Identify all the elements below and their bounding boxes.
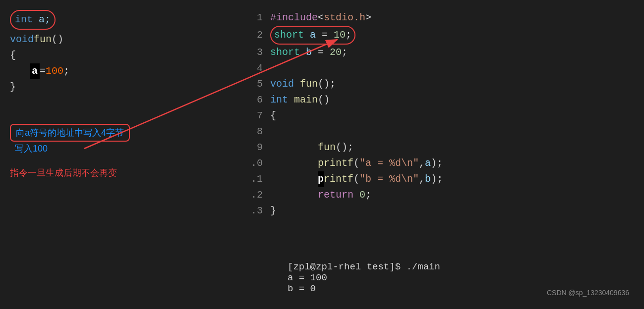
var-a-highlighted: a: [30, 63, 40, 79]
code-line-8: 8: [248, 124, 634, 140]
short-keyword-b: short: [270, 47, 300, 58]
line-content-6: int main(): [270, 92, 330, 108]
printf-1: printf: [318, 157, 353, 169]
include-directive: #include: [270, 12, 318, 23]
printf-2: rintf: [324, 173, 353, 185]
line-content-5: void fun();: [270, 76, 336, 92]
code-line-int-a: int a;: [10, 10, 228, 30]
code-line-6: 6 int main(): [248, 92, 634, 108]
val-10: 10: [334, 29, 346, 41]
line-num-5: 5: [248, 76, 263, 92]
fun-name: fun: [34, 32, 52, 48]
line-num-8: 8: [248, 124, 263, 140]
arg-a: a: [425, 157, 431, 169]
annotation-text-1: 向a符号的地址中写入4字节: [16, 128, 124, 138]
line-content-2: short a = 10;: [270, 26, 355, 45]
line-num-12: .2: [248, 187, 263, 203]
paren: (): [52, 32, 63, 48]
line-num-6: 6: [248, 92, 263, 108]
terminal-output-1: a = 100: [288, 272, 440, 283]
code-line-a-assign: a = 100 ;: [10, 63, 228, 79]
val-20: 20: [330, 47, 342, 58]
return-kw: return: [318, 189, 353, 201]
format-string-1: "a = %d\n": [359, 157, 419, 169]
line-content-13: }: [270, 203, 276, 219]
line-num-13: .3: [248, 203, 263, 219]
line-num-9: 9: [248, 140, 263, 155]
line-content-9: fun();: [270, 140, 353, 155]
code-line-brace-close: }: [10, 79, 228, 95]
var-a-right: a: [310, 29, 316, 41]
void-kw: void: [270, 78, 294, 90]
arg-b: b: [425, 173, 431, 185]
short-a-circled: short a = 10;: [270, 26, 355, 45]
line-content-7: {: [270, 108, 276, 124]
void-keyword: void: [10, 32, 34, 48]
left-code-block: int a; void fun () { a = 100 ;: [10, 10, 228, 95]
instruction-note: 指令一旦生成后期不会再变: [10, 167, 228, 179]
line-num-10: .0: [248, 155, 263, 171]
line-num-2: 2: [248, 27, 263, 43]
cursor-p: p: [318, 171, 324, 187]
code-line-2: 2 short a = 10;: [248, 26, 634, 45]
int-keyword: int: [15, 14, 33, 25]
value-100: 100: [46, 63, 63, 79]
line-num-7: 7: [248, 108, 263, 124]
annotation-section: 向a符号的地址中写入4字节 写入100: [10, 109, 228, 154]
assign-op: =: [40, 63, 46, 79]
annotation-line2: 写入100: [10, 143, 228, 154]
annotation-box: 向a符号的地址中写入4字节: [10, 124, 130, 142]
line-num-11: .1: [248, 171, 263, 187]
line-num-3: 3: [248, 45, 263, 60]
code-line-1: 1 #include<stdio.h>: [248, 10, 634, 26]
code-line-12: .2 return 0;: [248, 187, 634, 203]
line-num-1: 1: [248, 10, 263, 26]
code-line-4: 4: [248, 60, 634, 76]
short-keyword: short: [274, 29, 304, 41]
header-name: stdio.h: [324, 12, 365, 23]
format-string-2: "b = %d\n": [359, 173, 419, 185]
line-content-1: #include<stdio.h>: [270, 10, 371, 26]
code-line-13: .3 }: [248, 203, 634, 219]
code-line-7: 7 {: [248, 108, 634, 124]
line-content-3: short b = 20;: [270, 45, 348, 60]
int-kw: int: [270, 94, 288, 105]
brace-open: {: [10, 48, 16, 63]
terminal-output-2: b = 0: [288, 283, 440, 294]
fun-call: fun: [318, 142, 336, 153]
line-content-11: printf("b = %d\n",b);: [270, 171, 443, 187]
code-line-9: 9 fun();: [248, 140, 634, 155]
terminal-output: [zpl@zpl-rhel test]$ ./main a = 100 b = …: [288, 261, 440, 294]
brace-close: }: [10, 79, 16, 95]
code-line-10: .0 printf("a = %d\n",a);: [248, 155, 634, 171]
line-content-4: [270, 60, 276, 76]
csdn-watermark: CSDN @sp_13230409636: [547, 289, 629, 297]
main-func: main: [294, 94, 318, 105]
fun-decl: fun: [300, 78, 318, 90]
line-content-10: printf("a = %d\n",a);: [270, 155, 443, 171]
code-line-void-fun: void fun (): [10, 32, 228, 48]
code-line-3: 3 short b = 20;: [248, 45, 634, 60]
right-panel: 1 #include<stdio.h> 2 short a = 10; 3 sh…: [238, 5, 644, 304]
left-panel: int a; void fun () { a = 100 ;: [0, 5, 238, 304]
semicolon: ;: [63, 63, 69, 79]
terminal-command: [zpl@zpl-rhel test]$ ./main: [288, 261, 440, 272]
var-b: b: [306, 47, 312, 58]
int-a-circled: int a;: [10, 10, 56, 30]
code-line-brace-open: {: [10, 48, 228, 63]
code-editor: 1 #include<stdio.h> 2 short a = 10; 3 sh…: [248, 10, 634, 219]
code-line-11: .1 printf("b = %d\n",b);: [248, 171, 634, 187]
line-content-12: return 0;: [270, 187, 371, 203]
line-content-8: [270, 124, 276, 140]
code-line-5: 5 void fun();: [248, 76, 634, 92]
line-num-4: 4: [248, 60, 263, 76]
zero: 0: [359, 189, 365, 201]
var-a: a;: [39, 14, 51, 25]
